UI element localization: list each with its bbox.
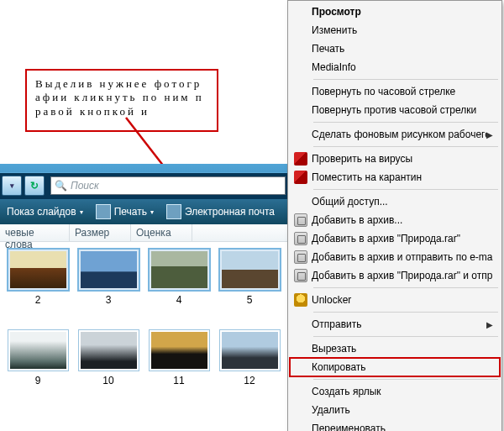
- archive-icon: [294, 232, 307, 245]
- menu-delete[interactable]: Удалить: [290, 401, 500, 419]
- nav-dropdown-button[interactable]: ▾: [2, 176, 22, 196]
- menu-mediainfo[interactable]: MediaInfo: [290, 58, 500, 76]
- thumb-caption: 4: [146, 294, 212, 306]
- menu-add-archive[interactable]: Добавить в архив...: [290, 211, 500, 229]
- menu-rotate-ccw[interactable]: Повернуть против часовой стрелки: [290, 101, 500, 119]
- col-keywords[interactable]: чевые слова: [0, 224, 70, 241]
- search-placeholder: Поиск: [71, 180, 99, 192]
- thumb-image: [81, 332, 137, 369]
- instruction-callout: Выделив нужнее фотографии кликнуть по ни…: [25, 69, 218, 132]
- menu-archive-named-email[interactable]: Добавить в архив "Природа.rar" и отправи…: [290, 266, 500, 285]
- unlocker-icon: [294, 293, 307, 307]
- context-menu: Просмотр Изменить Печать MediaInfo Повер…: [287, 0, 502, 431]
- search-input[interactable]: 🔍 Поиск: [50, 176, 286, 195]
- col-size[interactable]: Размер: [70, 224, 131, 241]
- menu-add-archive-named[interactable]: Добавить в архив "Природа.rar": [290, 229, 500, 248]
- thumb-image: [151, 332, 207, 369]
- kaspersky-icon: [294, 171, 307, 184]
- nav-refresh-button[interactable]: ↻: [24, 176, 45, 196]
- thumb-caption: 9: [5, 375, 71, 386]
- menu-separator: [313, 336, 498, 337]
- menu-unlocker[interactable]: Unlocker: [290, 291, 500, 309]
- cmd-print[interactable]: Печать▾: [89, 199, 160, 224]
- menu-separator: [313, 122, 498, 123]
- cmd-slideshow[interactable]: Показ слайдов▾: [0, 199, 89, 224]
- archive-icon: [294, 250, 307, 264]
- thumb-item[interactable]: 10: [76, 329, 141, 386]
- menu-quarantine[interactable]: Поместить на карантин: [290, 168, 500, 187]
- thumb-item[interactable]: 3: [76, 249, 141, 306]
- menu-share[interactable]: Общий доступ...: [290, 192, 500, 211]
- menu-print[interactable]: Печать: [290, 39, 500, 58]
- refresh-icon: ↻: [30, 180, 39, 192]
- nav-bar: ▾ ↻ 🔍 Поиск: [0, 172, 287, 199]
- menu-separator: [313, 146, 498, 147]
- menu-copy[interactable]: Копировать: [290, 358, 500, 376]
- menu-virus-check[interactable]: Проверить на вирусы: [290, 150, 500, 168]
- menu-separator: [313, 189, 498, 190]
- thumb-item[interactable]: 2: [5, 249, 71, 306]
- thumb-caption: 2: [5, 294, 71, 306]
- command-bar: Показ слайдов▾ Печать▾ Электронная почта: [0, 199, 287, 224]
- menu-send-to[interactable]: Отправить▶: [290, 315, 500, 334]
- archive-icon: [294, 213, 307, 227]
- cmd-email[interactable]: Электронная почта: [160, 199, 281, 224]
- thumb-image: [222, 332, 278, 369]
- search-icon: 🔍: [55, 180, 67, 192]
- menu-separator: [313, 379, 498, 380]
- archive-icon: [294, 269, 307, 282]
- thumb-image: [222, 251, 278, 288]
- thumb-image: [81, 251, 137, 288]
- menu-create-shortcut[interactable]: Создать ярлык: [290, 382, 500, 401]
- thumb-caption: 11: [146, 375, 212, 386]
- email-icon: [166, 204, 181, 219]
- thumb-image: [10, 251, 66, 288]
- thumb-image: [10, 332, 66, 369]
- print-icon: [96, 204, 111, 219]
- thumb-item[interactable]: 5: [217, 249, 282, 306]
- menu-view[interactable]: Просмотр: [290, 3, 500, 21]
- thumb-item[interactable]: 11: [146, 329, 212, 386]
- menu-rotate-cw[interactable]: Повернуть по часовой стрелке: [290, 82, 500, 101]
- list-header: чевые слова Размер Оценка: [0, 224, 287, 242]
- menu-rename[interactable]: Переименовать: [290, 419, 500, 431]
- menu-archive-email[interactable]: Добавить в архив и отправить по e-mail..…: [290, 248, 500, 266]
- menu-set-wallpaper[interactable]: Сделать фоновым рисунком рабочего стола▶: [290, 125, 500, 144]
- thumbnail-area: 2 3 4 5 9 10: [0, 242, 287, 386]
- col-rating[interactable]: Оценка: [131, 224, 192, 241]
- thumb-caption: 10: [76, 375, 141, 386]
- thumb-item[interactable]: 12: [217, 329, 282, 386]
- menu-cut[interactable]: Вырезать: [290, 339, 500, 358]
- thumb-item[interactable]: 4: [146, 249, 212, 306]
- thumb-item[interactable]: 9: [5, 329, 71, 386]
- thumb-caption: 12: [217, 375, 282, 386]
- menu-separator: [313, 287, 498, 288]
- explorer-window: ▾ ↻ 🔍 Поиск Показ слайдов▾ Печать▾ Элект…: [0, 164, 287, 386]
- thumb-image: [151, 251, 207, 288]
- menu-separator: [313, 312, 498, 313]
- menu-edit[interactable]: Изменить: [290, 21, 500, 39]
- thumb-caption: 3: [76, 294, 141, 306]
- thumb-caption: 5: [217, 294, 282, 306]
- kaspersky-icon: [294, 152, 307, 166]
- menu-separator: [313, 79, 498, 80]
